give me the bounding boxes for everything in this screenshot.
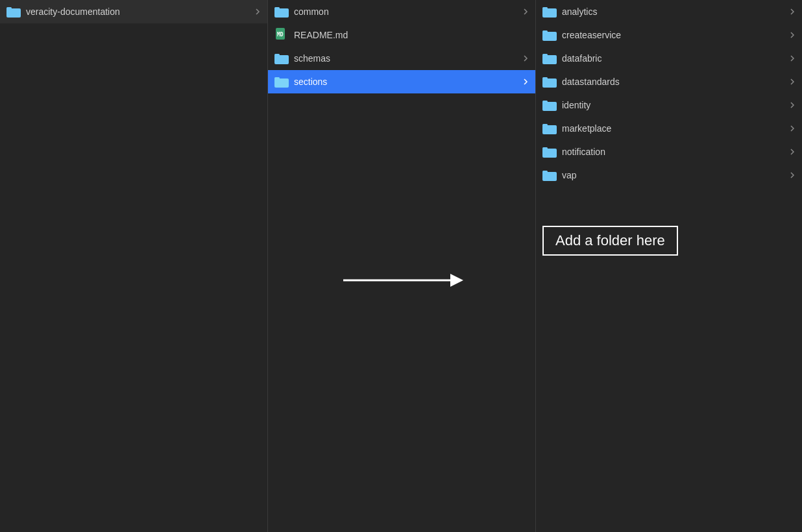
svg-marker-12 (450, 274, 463, 287)
svg-rect-17 (542, 55, 557, 64)
sidebar-item-schemas[interactable]: schemas (268, 47, 535, 70)
chevron-right-icon (522, 8, 529, 15)
item-label: marketplace (562, 123, 789, 134)
svg-rect-25 (542, 149, 557, 158)
item-label: sections (294, 77, 522, 87)
svg-rect-28 (542, 171, 548, 173)
chevron-right-icon (789, 8, 796, 15)
arrow-svg (337, 267, 467, 293)
sidebar-item-marketplace[interactable]: marketplace (536, 117, 802, 140)
item-label: schemas (294, 53, 522, 64)
item-label: analytics (562, 6, 789, 17)
sidebar-item-veracity-documentation[interactable]: veracity-documentation (0, 0, 267, 23)
sidebar-item-sections[interactable]: sections (268, 70, 535, 93)
folder-icon (542, 123, 557, 134)
folder-icon (542, 169, 557, 181)
item-label: datafabric (562, 53, 789, 64)
folder-icon (542, 53, 557, 64)
chevron-right-icon (522, 55, 529, 62)
chevron-right-icon (254, 8, 261, 15)
folder-icon (274, 6, 289, 18)
svg-rect-2 (6, 7, 12, 10)
item-label: createaservice (562, 30, 789, 40)
svg-rect-4 (274, 7, 280, 10)
folder-icon (274, 53, 289, 64)
file-icon: MD (274, 28, 289, 42)
svg-rect-10 (274, 77, 280, 80)
folder-icon (542, 6, 557, 18)
folder-icon (6, 6, 21, 18)
folder-icon (542, 76, 557, 88)
chevron-right-icon (789, 149, 796, 155)
chevron-right-icon (789, 102, 796, 108)
add-folder-label: Add a folder here (555, 232, 665, 248)
chevron-right-icon (789, 125, 796, 132)
item-label: notification (562, 147, 789, 157)
arrow-annotation (337, 267, 467, 293)
sidebar-item-createaservice[interactable]: createaservice (536, 23, 802, 47)
sidebar-item-datastandards[interactable]: datastandards (536, 70, 802, 93)
chevron-right-icon (789, 55, 796, 62)
add-folder-annotation: Add a folder here (542, 226, 678, 256)
svg-rect-16 (542, 30, 548, 33)
chevron-right-icon (522, 79, 529, 85)
chevron-right-icon (789, 172, 796, 178)
sidebar-item-analytics[interactable]: analytics (536, 0, 802, 23)
svg-rect-3 (274, 8, 289, 18)
item-label: README.md (294, 30, 529, 40)
svg-rect-19 (542, 79, 557, 88)
sidebar-item-notification[interactable]: notification (536, 140, 802, 163)
column-3: analytics createaservice datafabric (536, 0, 802, 532)
column-2: common MD README.md schemas (268, 0, 536, 532)
svg-rect-27 (542, 172, 557, 181)
svg-rect-23 (542, 125, 557, 134)
sidebar-item-vap[interactable]: vap (536, 163, 802, 187)
svg-rect-7 (274, 55, 289, 64)
svg-rect-24 (542, 124, 548, 127)
item-label: identity (562, 100, 789, 110)
chevron-right-icon (789, 79, 796, 85)
svg-rect-14 (542, 7, 548, 10)
sidebar-item-common[interactable]: common (268, 0, 535, 23)
svg-rect-22 (542, 101, 548, 103)
folder-icon (542, 29, 557, 41)
sidebar-item-datafabric[interactable]: datafabric (536, 47, 802, 70)
svg-rect-8 (274, 54, 280, 56)
folder-icon (542, 99, 557, 111)
item-label: veracity-documentation (26, 6, 254, 17)
folder-icon (274, 76, 289, 88)
svg-rect-18 (542, 54, 548, 56)
svg-rect-15 (542, 32, 557, 41)
item-label: datastandards (562, 77, 789, 87)
sidebar-item-identity[interactable]: identity (536, 93, 802, 117)
sidebar-item-readme[interactable]: MD README.md (268, 23, 535, 47)
svg-text:MD: MD (277, 32, 284, 38)
item-label: vap (562, 170, 789, 180)
svg-rect-9 (274, 79, 289, 88)
svg-rect-20 (542, 77, 548, 80)
column-1: veracity-documentation (0, 0, 268, 532)
chevron-right-icon (789, 32, 796, 38)
folder-icon (542, 146, 557, 158)
svg-rect-13 (542, 8, 557, 18)
item-label: common (294, 6, 522, 17)
svg-rect-26 (542, 147, 548, 150)
svg-rect-21 (542, 102, 557, 111)
